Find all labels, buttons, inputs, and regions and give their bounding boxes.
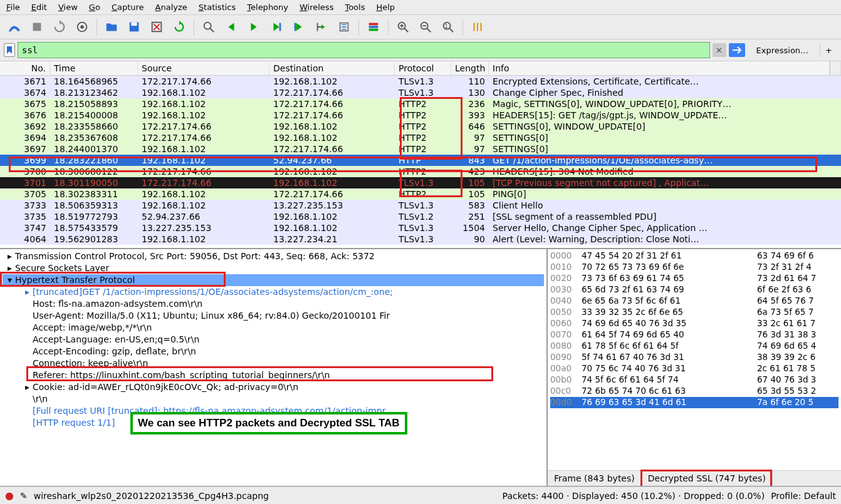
packet-list-header: No. Time Source Destination Protocol Len… [0, 61, 841, 76]
hex-row[interactable]: 001070 72 65 73 73 69 6f 6e 73 2f 31 2f … [550, 262, 838, 273]
hex-row[interactable]: 007061 64 5f 74 69 6d 65 40 76 3d 31 38 … [550, 329, 838, 341]
expression-button[interactable]: Expression… [748, 44, 818, 57]
detail-line[interactable]: ▸Secure Sockets Layer [3, 262, 544, 274]
prev-icon[interactable] [222, 18, 241, 36]
bookmark-icon[interactable] [4, 43, 15, 57]
next-icon[interactable] [244, 18, 263, 36]
packet-row[interactable]: 374718.57543357913.227.235.153192.168.1.… [0, 222, 841, 234]
hex-row[interactable]: 00406e 65 6a 73 5f 6c 6f 61 64 5f 65 76 … [550, 296, 838, 307]
col-no[interactable]: No. [0, 61, 50, 75]
menu-edit[interactable]: Edit [31, 3, 47, 12]
detail-line[interactable]: Accept-Encoding: gzip, deflate, br\r\n [3, 346, 544, 357]
packet-row[interactable]: 369918.283221860192.168.1.10252.94.237.6… [0, 155, 841, 166]
zoom-in-icon[interactable] [394, 18, 412, 36]
detail-line[interactable]: ▾Hypertext Transfer Protocol [3, 274, 544, 286]
colorize-icon[interactable] [364, 18, 383, 36]
menu-bar: FileEditViewGoCaptureAnalyzeStatisticsTe… [0, 0, 841, 15]
hex-row[interactable]: 008061 78 5f 6c 6f 61 64 5f 74 69 6d 65 … [550, 341, 838, 352]
packet-row[interactable]: 373518.51977279352.94.237.66192.168.1.10… [0, 211, 841, 222]
restart-icon[interactable] [50, 18, 69, 36]
svg-point-6 [204, 23, 211, 29]
auto-scroll-icon[interactable] [335, 18, 353, 36]
shark-fin-icon[interactable] [5, 18, 24, 36]
menu-tools[interactable]: Tools [345, 3, 365, 12]
jump-to-icon[interactable] [267, 18, 286, 36]
edit-icon[interactable]: ✎ [20, 491, 28, 501]
detail-line[interactable]: Accept: image/webp,*/*\r\n [3, 322, 544, 334]
col-length[interactable]: Length [451, 61, 489, 75]
hex-row[interactable]: 006074 69 6d 65 40 76 3d 35 33 2c 61 61 … [550, 318, 838, 329]
menu-go[interactable]: Go [89, 3, 100, 12]
detail-line[interactable]: Referer: https://linuxhint.com/bash_scri… [3, 369, 544, 381]
status-packets: Packets: 4400 · Displayed: 450 (10.2%) ·… [503, 491, 765, 501]
menu-view[interactable]: View [58, 3, 78, 12]
col-destination[interactable]: Destination [269, 61, 395, 75]
detail-line[interactable]: ▸Transmission Control Protocol, Src Port… [3, 250, 544, 262]
menu-telephony[interactable]: Telephony [247, 3, 288, 12]
zoom-reset-icon[interactable]: 1 [439, 18, 457, 36]
hex-row[interactable]: 003065 6d 73 2f 61 63 74 69 6f 6e 2f 63 … [550, 284, 838, 296]
hex-row[interactable]: 00b074 5f 6c 6f 61 64 5f 74 67 40 76 3d … [550, 374, 838, 386]
packet-list[interactable]: No. Time Source Destination Protocol Len… [0, 61, 841, 249]
main-toolbar: 1 [0, 15, 841, 39]
detail-line[interactable]: User-Agent: Mozilla/5.0 (X11; Ubuntu; Li… [3, 310, 544, 322]
zoom-out-icon[interactable] [416, 18, 435, 36]
hex-row[interactable]: 00d076 69 63 65 3d 41 6d 61 7a 6f 6e 20 … [550, 397, 838, 408]
open-icon[interactable] [102, 18, 121, 36]
col-source[interactable]: Source [138, 61, 269, 75]
status-profile[interactable]: Profile: Default [771, 491, 836, 501]
detail-line[interactable]: Accept-Language: en-US,en;q=0.5\r\n [3, 334, 544, 346]
hex-row[interactable]: 00905f 74 61 67 40 76 3d 31 38 39 39 2c … [550, 352, 838, 363]
packet-row[interactable]: 369718.244001370192.168.1.102172.217.174… [0, 143, 841, 155]
detail-line[interactable]: ▸Cookie: ad-id=AWEr_rLQt0n9jkE0cOVc_Qk; … [3, 381, 544, 393]
menu-help[interactable]: Help [376, 3, 395, 12]
packet-row[interactable]: 369218.233558660172.217.174.66192.168.1.… [0, 121, 841, 132]
col-time[interactable]: Time [50, 61, 138, 75]
svg-rect-12 [369, 29, 379, 31]
packet-row[interactable]: 369418.235367608172.217.174.66192.168.1.… [0, 132, 841, 143]
close-icon[interactable] [147, 18, 166, 36]
hex-dump[interactable]: 000047 45 54 20 2f 31 2f 61 63 74 69 6f … [548, 249, 841, 470]
packet-row[interactable]: 370018.300680122172.217.174.66192.168.1.… [0, 166, 841, 177]
hex-row[interactable]: 00c072 6b 65 74 70 6c 61 63 65 3d 55 53 … [550, 386, 838, 397]
menu-file[interactable]: File [6, 3, 20, 12]
first-icon[interactable] [290, 18, 308, 36]
menu-analyze[interactable]: Analyze [155, 3, 187, 12]
menu-capture[interactable]: Capture [112, 3, 144, 12]
detail-line[interactable]: Connection: keep-alive\r\n [3, 357, 544, 369]
hex-row[interactable]: 000047 45 54 20 2f 31 2f 61 63 74 69 6f … [550, 250, 838, 262]
detail-line[interactable]: \r\n [3, 393, 544, 405]
packet-row[interactable]: 367118.164568965172.217.174.66192.168.1.… [0, 76, 841, 87]
add-filter-button[interactable]: + [820, 44, 837, 57]
packet-row[interactable]: 406419.562901283192.168.1.10213.227.234.… [0, 234, 841, 245]
col-protocol[interactable]: Protocol [395, 61, 451, 75]
menu-statistics[interactable]: Statistics [199, 3, 236, 12]
col-info[interactable]: Info [489, 61, 830, 75]
resize-cols-icon[interactable] [468, 18, 487, 36]
packet-row[interactable]: 367418.213123462192.168.1.102172.217.174… [0, 87, 841, 98]
packet-row[interactable]: 373318.506359313192.168.1.10213.227.235.… [0, 200, 841, 211]
find-icon[interactable] [199, 18, 218, 36]
packet-row[interactable]: 370518.302383311192.168.1.102172.217.174… [0, 188, 841, 200]
menu-wireless[interactable]: Wireless [300, 3, 333, 12]
hex-row[interactable]: 00a070 75 6c 74 40 76 3d 31 2c 61 61 78 … [550, 363, 838, 374]
packet-details[interactable]: ▸Transmission Control Protocol, Src Port… [0, 249, 546, 486]
display-filter-input[interactable] [18, 42, 710, 58]
stop-icon[interactable] [28, 18, 46, 36]
save-icon[interactable] [125, 18, 144, 36]
packet-row[interactable]: 370118.301190050172.217.174.66192.168.1.… [0, 177, 841, 188]
decrypted-ssl-tab[interactable]: Decrypted SSL (747 bytes) [642, 471, 773, 486]
hex-row[interactable]: 002073 73 6f 63 69 61 74 65 73 2d 61 64 … [550, 273, 838, 284]
hex-row[interactable]: 005033 39 32 35 2c 6f 6e 65 6a 73 5f 65 … [550, 307, 838, 318]
detail-line[interactable]: Host: fls-na.amazon-adsystem.com\r\n [3, 298, 544, 310]
reload-icon[interactable] [170, 18, 189, 36]
last-icon[interactable] [312, 18, 331, 36]
packet-row[interactable]: 367518.215058893192.168.1.102172.217.174… [0, 98, 841, 110]
apply-filter-icon[interactable] [729, 43, 745, 57]
frame-tab[interactable]: Frame (843 bytes) [548, 471, 642, 486]
packet-row[interactable]: 367618.215400008192.168.1.102172.217.174… [0, 110, 841, 121]
options-icon[interactable] [73, 18, 91, 36]
detail-line[interactable]: ▸[truncated]GET /1/action-impressions/1/… [3, 286, 544, 298]
clear-filter-icon[interactable]: ✕ [713, 43, 726, 57]
status-file: wireshark_wlp2s0_20201220213536_Cpg4H3.p… [34, 491, 496, 501]
